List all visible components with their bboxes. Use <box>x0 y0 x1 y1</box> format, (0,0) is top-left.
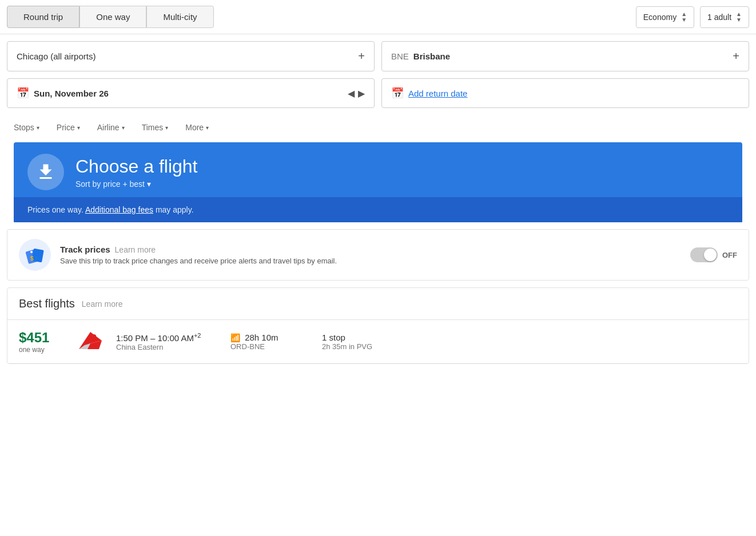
depart-cal-icon: 📅 <box>17 87 29 99</box>
flight-airline-name: China Eastern <box>116 343 219 351</box>
origin-plus: + <box>358 50 365 63</box>
more-chevron-icon: ▾ <box>206 125 209 131</box>
flight-row[interactable]: $451 one way 1:50 PM – 10:00 AM+2 China … <box>7 320 749 363</box>
filter-airline[interactable]: Airline ▾ <box>90 119 132 135</box>
date-prev-arrow[interactable]: ◀ <box>348 88 355 99</box>
destination-field[interactable]: BNE Brisbane + <box>381 41 749 71</box>
return-date-field[interactable]: 📅 Add return date <box>381 78 749 108</box>
track-prices-text: Track prices Learn more Save this trip t… <box>60 245 681 265</box>
flight-stop-count: 1 stop <box>322 333 402 342</box>
flight-duration: 📶 28h 10m ORD-BNE <box>230 333 311 351</box>
destination-plus: + <box>733 50 739 63</box>
track-prices-toggle[interactable] <box>690 247 718 262</box>
wifi-icon: 📶 <box>230 333 240 342</box>
filter-more[interactable]: More ▾ <box>178 119 216 135</box>
flight-stop-detail: 2h 35m in PVG <box>322 342 402 351</box>
flight-price-note: one way <box>19 346 65 354</box>
search-fields: Chicago (all airports) + BNE Brisbane + <box>0 34 756 78</box>
trip-type-right: Economy ▲ ▼ 1 adult ▲ ▼ <box>636 6 749 28</box>
best-flights-card: Best flights Learn more $451 one way <box>7 287 749 364</box>
flight-price-amount: $451 <box>19 330 65 346</box>
destination-name: Brisbane <box>413 51 450 61</box>
passengers-dropdown[interactable]: 1 adult ▲ ▼ <box>700 6 749 28</box>
trip-type-bar: Round trip One way Multi-city Economy ▲ … <box>0 0 756 34</box>
choose-flight-banner: Choose a flight Sort by price + best ▾ P… <box>14 142 742 222</box>
flight-price: $451 one way <box>19 330 65 354</box>
flight-route: ORD-BNE <box>230 342 311 351</box>
date-nav-arrows: ◀ ▶ <box>348 88 365 99</box>
passengers-arrows: ▲ ▼ <box>736 11 742 23</box>
times-chevron-icon: ▾ <box>165 125 168 131</box>
best-flights-learn-more[interactable]: Learn more <box>82 299 123 309</box>
tab-one-way[interactable]: One way <box>79 6 146 28</box>
depart-date-text: Sun, November 26 <box>34 89 343 98</box>
tab-multi-city[interactable]: Multi-city <box>146 6 213 28</box>
choose-flight-title: Choose a flight <box>75 156 197 177</box>
filter-stops[interactable]: Stops ▾ <box>7 119 46 135</box>
svg-point-3 <box>30 251 33 253</box>
toggle-label: OFF <box>722 251 737 259</box>
choose-flight-section: Choose a flight Sort by price + best ▾ P… <box>7 142 749 222</box>
filter-times[interactable]: Times ▾ <box>135 119 176 135</box>
banner-text: Choose a flight Sort by price + best ▾ <box>75 156 197 189</box>
track-prices-card: $ ↑ Track prices Learn more Save this tr… <box>7 229 749 281</box>
sort-by-button[interactable]: Sort by price + best ▾ <box>75 179 197 189</box>
flight-times: 1:50 PM – 10:00 AM+2 China Eastern <box>116 332 219 351</box>
return-date-text: Add return date <box>408 89 467 98</box>
best-flights-title: Best flights <box>19 297 75 310</box>
tab-round-trip[interactable]: Round trip <box>7 6 79 28</box>
flight-time-range: 1:50 PM – 10:00 AM+2 <box>116 332 219 343</box>
airline-logo <box>76 329 105 354</box>
cabin-class-dropdown[interactable]: Economy ▲ ▼ <box>636 6 694 28</box>
origin-text: Chicago (all airports) <box>17 51 96 61</box>
track-prices-description: Save this trip to track price changes an… <box>60 257 681 265</box>
sort-chevron-icon: ▾ <box>147 179 151 189</box>
cabin-class-label: Economy <box>643 13 677 22</box>
filter-price[interactable]: Price ▾ <box>50 119 87 135</box>
filter-bar: Stops ▾ Price ▾ Airline ▾ Times ▾ More ▾ <box>0 115 756 142</box>
banner-download-icon <box>27 154 64 190</box>
destination-code: BNE <box>391 51 409 61</box>
track-prices-learn-more[interactable]: Learn more <box>115 245 156 254</box>
passengers-label: 1 adult <box>707 13 731 22</box>
flight-duration-time: 📶 28h 10m <box>230 333 311 342</box>
additional-bag-fees-link[interactable]: Additional bag fees <box>85 205 153 214</box>
track-prices-toggle-container: OFF <box>690 247 737 262</box>
toggle-knob <box>704 249 717 261</box>
date-fields: 📅 Sun, November 26 ◀ ▶ 📅 Add return date <box>0 78 756 115</box>
stops-chevron-icon: ▾ <box>37 125 39 131</box>
airline-chevron-icon: ▾ <box>122 125 125 131</box>
cabin-class-arrows: ▲ ▼ <box>681 11 687 23</box>
svg-text:↑: ↑ <box>35 255 38 261</box>
return-cal-icon: 📅 <box>391 87 404 99</box>
trip-type-tabs: Round trip One way Multi-city <box>7 6 214 28</box>
flight-stops: 1 stop 2h 35m in PVG <box>322 333 402 351</box>
track-prices-icon: $ ↑ <box>19 239 51 271</box>
date-next-arrow[interactable]: ▶ <box>358 88 365 99</box>
svg-text:$: $ <box>30 255 34 262</box>
banner-bottom: Prices one way. Additional bag fees may … <box>14 197 742 222</box>
depart-date-field[interactable]: 📅 Sun, November 26 ◀ ▶ <box>7 78 375 108</box>
origin-field[interactable]: Chicago (all airports) + <box>7 41 375 71</box>
best-flights-header: Best flights Learn more <box>7 288 749 320</box>
price-chevron-icon: ▾ <box>77 125 80 131</box>
track-prices-title: Track prices Learn more <box>60 245 681 254</box>
banner-top: Choose a flight Sort by price + best ▾ <box>27 154 729 190</box>
